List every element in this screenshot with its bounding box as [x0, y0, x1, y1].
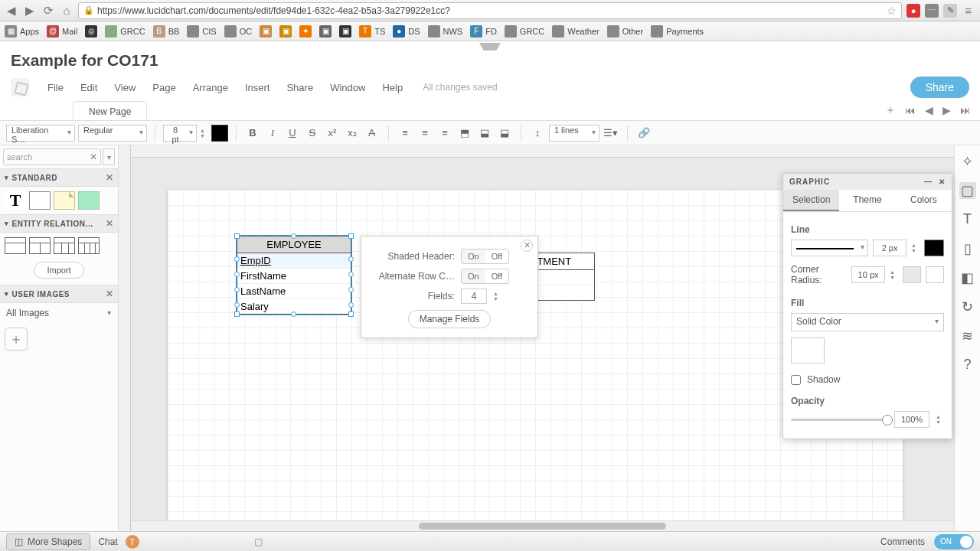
- more-shapes-button[interactable]: ◫ More Shapes: [6, 533, 90, 550]
- connection-handle[interactable]: [348, 302, 354, 308]
- corner-square-button[interactable]: [903, 266, 921, 283]
- shaded-header-toggle[interactable]: On Off: [461, 249, 509, 264]
- connection-handle[interactable]: [291, 233, 296, 239]
- resize-handle[interactable]: [348, 311, 354, 317]
- menu-window[interactable]: Window: [322, 79, 373, 96]
- line-width-input[interactable]: 2 px: [873, 240, 906, 256]
- clear-search-icon[interactable]: ✕: [90, 152, 97, 162]
- url-bar[interactable]: 🔒 https://www.lucidchart.com/documents/e…: [78, 2, 902, 19]
- expand-chat-icon[interactable]: ▢: [254, 536, 263, 547]
- italic-button[interactable]: I: [264, 125, 281, 142]
- text-color-swatch[interactable]: [211, 125, 228, 142]
- last-page-button[interactable]: ⏭: [957, 103, 974, 118]
- first-page-button[interactable]: ⏮: [902, 103, 919, 118]
- close-popup-button[interactable]: ✕: [521, 240, 533, 252]
- bookmark-item[interactable]: ▦Apps: [5, 25, 39, 37]
- prev-page-button[interactable]: ◀: [922, 103, 936, 118]
- align-bottom-button[interactable]: ⬓: [496, 125, 513, 142]
- page-panel-icon[interactable]: ▯: [959, 240, 976, 257]
- subscript-button[interactable]: x₂: [344, 125, 361, 142]
- font-size-stepper[interactable]: ▲▼: [200, 128, 205, 139]
- bookmark-item[interactable]: BBB: [153, 25, 180, 37]
- navigator-icon[interactable]: ✧: [959, 153, 976, 170]
- align-center-button[interactable]: ≡: [416, 125, 433, 142]
- help-icon[interactable]: ?: [959, 357, 976, 373]
- line-style-select[interactable]: [791, 240, 868, 256]
- shape-entity-1col[interactable]: [5, 237, 26, 254]
- resize-handle[interactable]: [234, 311, 240, 317]
- connection-handle[interactable]: [348, 256, 354, 262]
- bookmark-item[interactable]: GRCC: [505, 25, 544, 37]
- shape-entity-3col[interactable]: [54, 237, 75, 254]
- bookmark-item[interactable]: ▣: [339, 25, 351, 37]
- home-button[interactable]: ⌂: [60, 4, 74, 18]
- lines-select[interactable]: 1 lines: [549, 125, 599, 142]
- menu-page[interactable]: Page: [145, 79, 183, 96]
- back-button[interactable]: ◀: [5, 4, 18, 18]
- align-left-button[interactable]: ≡: [397, 125, 413, 142]
- layers-panel-icon[interactable]: ≋: [959, 328, 976, 344]
- bookmark-item[interactable]: NWS: [428, 25, 463, 37]
- resize-handle[interactable]: [348, 233, 354, 239]
- inspector-tab-theme[interactable]: Theme: [839, 190, 895, 211]
- close-category-icon[interactable]: ✕: [106, 172, 114, 183]
- list-button[interactable]: ☰▾: [603, 125, 619, 142]
- bookmark-item[interactable]: ●DS: [393, 25, 420, 37]
- category-standard[interactable]: ▾ STANDARD ✕: [0, 168, 118, 187]
- add-page-button[interactable]: ＋: [882, 102, 899, 119]
- corner-round-button[interactable]: [926, 266, 944, 283]
- all-images-select[interactable]: All Images: [0, 303, 118, 323]
- entity-employee[interactable]: EMPLOYEE EmpID FirstName LastName Salary: [237, 236, 351, 315]
- search-dropdown[interactable]: ▾: [103, 148, 115, 165]
- connection-handle[interactable]: [234, 256, 240, 262]
- resize-handle[interactable]: [234, 233, 240, 239]
- menu-view[interactable]: View: [106, 79, 143, 96]
- bookmark-item[interactable]: ▣: [260, 25, 272, 37]
- bookmark-item[interactable]: ✦: [299, 25, 312, 37]
- link-button[interactable]: 🔗: [635, 125, 652, 142]
- line-color-swatch[interactable]: [924, 240, 944, 256]
- category-user-images[interactable]: ▾ USER IMAGES ✕: [0, 285, 118, 303]
- menu-edit[interactable]: Edit: [73, 79, 105, 96]
- canvas-horizontal-scrollbar[interactable]: [131, 520, 954, 531]
- align-middle-button[interactable]: ⬓: [476, 125, 493, 142]
- bookmark-item[interactable]: Weather: [552, 25, 599, 37]
- presence-toggle[interactable]: ON: [934, 534, 974, 549]
- connection-handle[interactable]: [348, 287, 354, 292]
- bookmark-item[interactable]: @Mail: [47, 25, 77, 37]
- comments-button[interactable]: Comments: [880, 536, 925, 547]
- fill-mode-select[interactable]: Solid Color: [791, 313, 944, 331]
- opacity-stepper[interactable]: ▲▼: [936, 414, 941, 425]
- extension-icon[interactable]: ●: [906, 4, 920, 18]
- connection-handle[interactable]: [348, 272, 354, 277]
- page-tab[interactable]: New Page: [73, 101, 147, 120]
- chat-label[interactable]: Chat: [98, 536, 117, 547]
- opacity-input[interactable]: 100%: [894, 411, 929, 428]
- canvas[interactable]: EMPLOYEE EmpID FirstName LastName Salary: [119, 145, 980, 531]
- connection-handle[interactable]: [234, 302, 240, 308]
- user-avatar[interactable]: T: [126, 535, 139, 549]
- entity-header[interactable]: EMPLOYEE: [237, 236, 351, 253]
- bookmark-item[interactable]: ◎: [85, 25, 97, 37]
- bookmark-item[interactable]: OC: [224, 25, 253, 37]
- history-panel-icon[interactable]: ↻: [959, 298, 976, 315]
- next-page-button[interactable]: ▶: [939, 103, 954, 118]
- entity-field[interactable]: EmpID: [237, 253, 351, 269]
- line-width-stepper[interactable]: ▲▼: [911, 243, 916, 253]
- bookmark-item[interactable]: ▣: [279, 25, 292, 37]
- font-family-select[interactable]: Liberation S…: [6, 125, 75, 142]
- bookmark-item[interactable]: ▣: [319, 25, 332, 37]
- alt-row-toggle[interactable]: On Off: [461, 269, 509, 284]
- clear-format-button[interactable]: A̶: [364, 125, 381, 142]
- bookmark-item[interactable]: Other: [607, 25, 644, 37]
- close-category-icon[interactable]: ✕: [106, 218, 114, 229]
- font-weight-select[interactable]: Regular: [78, 125, 147, 142]
- inspector-tab-colors[interactable]: Colors: [896, 190, 952, 211]
- shape-block[interactable]: [78, 191, 100, 210]
- inspector-titlebar[interactable]: GRAPHIC — ✕: [783, 174, 952, 190]
- connection-handle[interactable]: [234, 272, 240, 277]
- manage-fields-button[interactable]: Manage Fields: [408, 310, 492, 328]
- extension-icon[interactable]: ✎: [943, 4, 957, 18]
- category-entity-relation[interactable]: ▾ ENTITY RELATION… ✕: [0, 214, 118, 233]
- menu-share[interactable]: Share: [279, 79, 321, 96]
